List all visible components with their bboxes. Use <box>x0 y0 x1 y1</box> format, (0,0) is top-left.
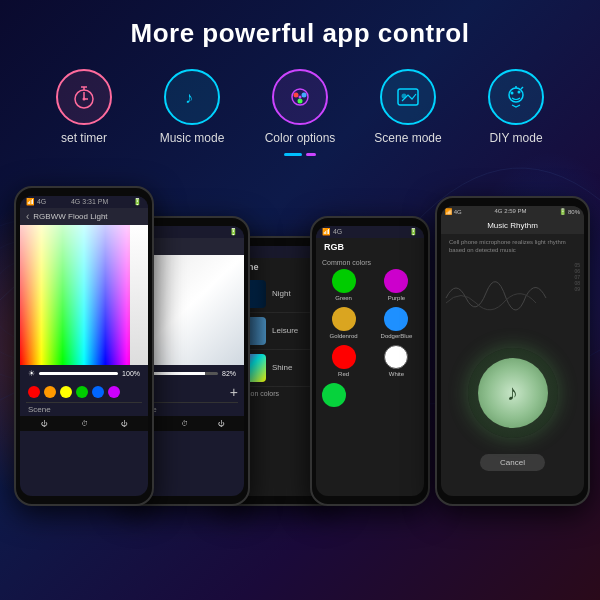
phone5-time: 4G 2:59 PM <box>494 208 526 215</box>
svg-rect-15 <box>398 89 418 105</box>
phone1-back-icon[interactable]: ‹ <box>26 211 29 222</box>
timer-icon <box>70 83 98 111</box>
indicator-bar-2 <box>306 153 316 156</box>
svg-point-14 <box>299 96 302 99</box>
phone4-title: RGB <box>316 238 424 256</box>
timer-icon-circle <box>56 69 112 125</box>
scene-name-leisure: Leisure <box>272 326 298 335</box>
svg-point-11 <box>294 93 299 98</box>
color-option-red[interactable]: Red <box>322 345 365 377</box>
color-circle-white <box>384 345 408 369</box>
feature-set-timer: set timer <box>30 69 138 147</box>
waveform-area: 05 06 07 08 09 <box>441 258 584 338</box>
svg-point-13 <box>298 99 303 104</box>
phone-main: 📶 4G 4G 3:31 PM 🔋 ‹ RGBWW Flood Light ☀ <box>14 186 154 506</box>
color-dot-blue[interactable] <box>92 386 104 398</box>
timer-icon-btn2[interactable]: ⏱ <box>181 420 188 427</box>
phone1-header: ‹ RGBWW Flood Light <box>20 208 148 225</box>
phone-frame-5: 📶 4G 4G 2:59 PM 🔋 80% Music Rhythm Cell … <box>435 196 590 506</box>
color-dot-red[interactable] <box>28 386 40 398</box>
diy-icon-circle <box>488 69 544 125</box>
waveform-svg <box>441 258 551 338</box>
bottom-color-row <box>316 377 424 413</box>
svg-point-19 <box>518 91 521 94</box>
feature-label-scene: Scene mode <box>374 131 441 147</box>
color-circle-red <box>332 345 356 369</box>
sun-icon: ☀ <box>28 369 35 378</box>
svg-point-12 <box>302 93 307 98</box>
color-dot-orange[interactable] <box>44 386 56 398</box>
svg-point-18 <box>511 92 514 95</box>
color-circle-dodgerblue <box>384 307 408 331</box>
music-icon-circle: ♪ <box>164 69 220 125</box>
color-name-goldenrod: Goldenrod <box>330 333 358 339</box>
music-icon: ♪ <box>178 83 206 111</box>
music-inner-circle: ♪ <box>478 358 548 428</box>
color-dots-row <box>20 382 148 402</box>
phone1-time: 4G 3:31 PM <box>71 198 108 205</box>
brightness-track-2[interactable] <box>145 372 218 375</box>
color-option-dodgerblue[interactable]: DodgerBlue <box>375 307 418 339</box>
brightness-value: 100% <box>122 370 140 377</box>
color-circle-cyan-green <box>322 383 346 407</box>
feature-label-diy: DIY mode <box>489 131 542 147</box>
phone1-signal: 📶 4G <box>26 198 46 206</box>
cancel-button[interactable]: Cancel <box>480 454 545 471</box>
scene-icon <box>394 83 422 111</box>
phones-container: 📶 4G 4G 3:31 PM 🔋 ‹ RGBWW Flood Light ☀ <box>0 166 600 506</box>
svg-text:♪: ♪ <box>185 89 193 106</box>
color-option-goldenrod[interactable]: Goldenrod <box>322 307 365 339</box>
music-title: Music Rhythm <box>441 217 584 234</box>
svg-line-21 <box>521 87 523 89</box>
power-icon-2[interactable]: ⏻ <box>121 420 128 427</box>
color-options-icon <box>286 83 314 111</box>
scene-icon-circle <box>380 69 436 125</box>
color-circle-green <box>332 269 356 293</box>
color-dot-purple[interactable] <box>108 386 120 398</box>
phone-screen-5: 📶 4G 4G 2:59 PM 🔋 80% Music Rhythm Cell … <box>441 206 584 496</box>
brightness-bar: ☀ 100% <box>20 365 148 382</box>
phone5-battery: 🔋 80% <box>559 208 580 215</box>
white-overlay <box>20 225 148 365</box>
add-button[interactable]: + <box>230 384 238 400</box>
color-option-purple[interactable]: Purple <box>375 269 418 301</box>
timer-icon-btn[interactable]: ⏱ <box>81 420 88 427</box>
color-circle-goldenrod <box>332 307 356 331</box>
phone-5: 📶 4G 4G 2:59 PM 🔋 80% Music Rhythm Cell … <box>435 196 590 506</box>
color-gradient[interactable] <box>20 225 148 365</box>
indicator-bar-1 <box>284 153 302 156</box>
power-icon-1[interactable]: ⏻ <box>41 420 48 427</box>
color-dot-green[interactable] <box>76 386 88 398</box>
indicator-bars <box>0 153 600 156</box>
music-note-icon: ♪ <box>507 380 518 406</box>
ts-09: 09 <box>574 286 580 292</box>
color-name-white: White <box>389 371 404 377</box>
phone4-topbar: 📶 4G 🔋 <box>316 226 424 238</box>
color-option-green[interactable]: Green <box>322 269 365 301</box>
music-circle-container: ♪ <box>441 338 584 448</box>
phone-screen-1: 📶 4G 4G 3:31 PM 🔋 ‹ RGBWW Flood Light ☀ <box>20 196 148 496</box>
color-icon-circle <box>272 69 328 125</box>
power-icon-4[interactable]: ⏻ <box>218 420 225 427</box>
feature-diy-mode: DIY mode <box>462 69 570 147</box>
feature-music-mode: ♪ Music mode <box>138 69 246 147</box>
svg-point-8 <box>83 98 86 101</box>
scene-label-1: Scene <box>20 403 148 416</box>
color-name-dodgerblue: DodgerBlue <box>381 333 413 339</box>
phone-frame-1: 📶 4G 4G 3:31 PM 🔋 ‹ RGBWW Flood Light ☀ <box>14 186 154 506</box>
color-option-white[interactable]: White <box>375 345 418 377</box>
phone2-battery: 🔋 <box>229 228 238 236</box>
color-dot-yellow[interactable] <box>60 386 72 398</box>
diy-icon <box>502 83 530 111</box>
music-description: Cell phone microphone realizes light rhy… <box>441 234 584 259</box>
phone4-battery: 🔋 <box>409 228 418 236</box>
color-name-purple: Purple <box>388 295 405 301</box>
brightness-track[interactable] <box>39 372 118 375</box>
main-title: More powerful app control <box>0 18 600 49</box>
phone1-battery: 🔋 <box>133 198 142 206</box>
phone4-signal: 📶 4G <box>322 228 342 236</box>
common-colors-label-4: Common colors <box>316 256 424 269</box>
scene-name-shine: Shine <box>272 363 292 372</box>
feature-label-music: Music mode <box>160 131 225 147</box>
feature-label-timer: set timer <box>61 131 107 147</box>
